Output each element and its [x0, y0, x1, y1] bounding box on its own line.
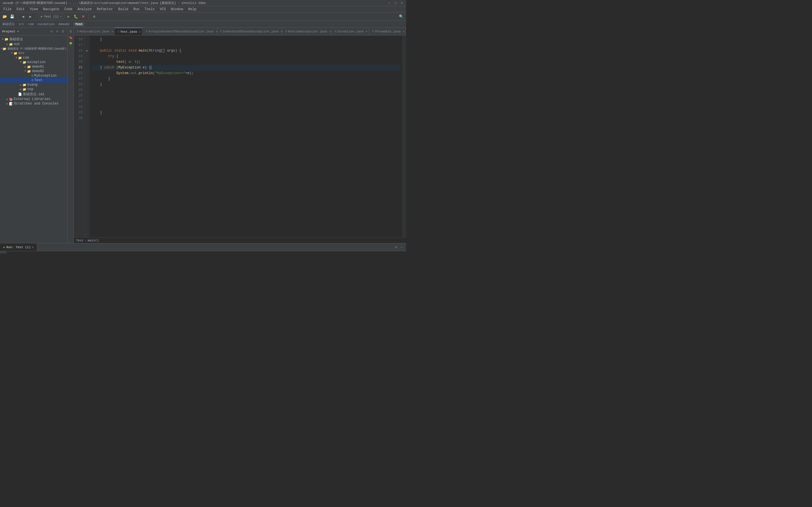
toolbar-sep2 — [36, 14, 36, 19]
tree-item-myexception[interactable]: C MyException — [0, 73, 67, 78]
tab-close-exception[interactable]: ✕ — [366, 30, 367, 33]
line-numbers: 16 17 18 19 20 21 22 23 24 25 26 27 28 2… — [74, 36, 85, 237]
editor-area: J MyException.java ✕ J Test.java ✕ J Arr… — [74, 27, 406, 243]
navcrumb-src[interactable]: src — [18, 22, 24, 26]
run-output: D:\Environment\jdk8\jdk\bin\java.exe ...… — [6, 251, 406, 253]
tab-test[interactable]: J Test.java ✕ — [114, 27, 143, 35]
left-icon-structure[interactable]: ☰ — [68, 29, 73, 34]
menu-item-tools[interactable]: Tools — [142, 7, 157, 12]
tree-item-demo02[interactable]: ▼ 📁 demo02 — [0, 69, 67, 73]
menu-item-run[interactable]: Run — [131, 7, 142, 12]
tree-item-oop[interactable]: ▶ 📁 oop — [0, 87, 67, 92]
tree-item-out[interactable]: ▶ 📁 out — [0, 42, 67, 47]
run-button[interactable]: ▶ — [65, 13, 71, 20]
gutter-29 — [85, 110, 90, 115]
back-button[interactable]: ◀ — [20, 13, 26, 20]
code-editor[interactable]: } public static void main(String[] args)… — [90, 36, 403, 237]
sidebar-settings-icon[interactable]: ⚙ — [55, 29, 59, 34]
tab-close-runtime[interactable]: ✕ — [329, 30, 331, 33]
tab-exception[interactable]: J Exception.java ✕ — [332, 27, 369, 35]
run-config-icon: ▶ — [41, 15, 43, 18]
run-config[interactable]: ▶ Test (1) ▾ — [38, 14, 64, 19]
debug-button[interactable]: 🐛 — [73, 13, 79, 20]
navcrumb-exception[interactable]: exception — [38, 22, 54, 26]
sidebar-gear-icon[interactable]: ☰ — [61, 29, 65, 34]
tree-item-com[interactable]: ▼ 📁 com — [0, 55, 67, 60]
tab-label-exception: Exception.java — [338, 30, 363, 33]
run-settings-button[interactable]: ⚙ — [394, 245, 399, 250]
tree-item-iml[interactable]: 📄 基础语法.iml — [0, 92, 67, 97]
breadcrumb-main: main() — [88, 239, 99, 242]
ln-17: 17 — [74, 42, 83, 48]
navcrumb-test[interactable]: Test — [73, 22, 84, 26]
close-button[interactable]: ✕ — [400, 1, 404, 5]
minimize-button[interactable]: ─ — [388, 1, 391, 5]
tree-label-com: com — [23, 56, 29, 60]
tree-item-exception[interactable]: ▼ 📁 exception — [0, 60, 67, 64]
tree-item-jichu[interactable]: ▼ 📁 基础语法 — [0, 37, 67, 42]
tab-close-test[interactable]: ✕ — [139, 30, 141, 34]
menu-item-view[interactable]: View — [28, 7, 40, 12]
menubar: FileEditViewNavigateCodeAnalyzeRefactorB… — [0, 6, 406, 12]
menu-item-file[interactable]: File — [1, 7, 14, 12]
stop-button[interactable]: ■ — [80, 13, 86, 20]
save-button[interactable]: 💾 — [9, 13, 15, 20]
tree-label-iml: 基础语法.iml — [23, 92, 45, 97]
menu-item-navigate[interactable]: Navigate — [41, 7, 61, 12]
gutter-16: ▶ — [85, 48, 90, 54]
navcrumb-com[interactable]: com — [28, 22, 34, 26]
tree-item-test[interactable]: C Test — [0, 78, 67, 82]
tab-close-throwable[interactable]: ✕ — [403, 30, 405, 33]
forward-button[interactable]: ▶ — [28, 13, 34, 20]
menu-item-build[interactable]: Build — [116, 7, 131, 12]
tab-close-myexception[interactable]: ✕ — [112, 30, 113, 33]
code-line-26 — [92, 93, 400, 99]
tab-indexout[interactable]: J IndexOutOfBoundsException.java ✕ — [217, 27, 283, 35]
tree-item-extlibs[interactable]: ▶ 📚 External Libraries — [0, 97, 67, 101]
run-config-label: Test (1) — [44, 15, 59, 18]
search-button[interactable]: 🔍 — [398, 13, 404, 20]
run-tab-test[interactable]: ▶ Run: Test (1) ✕ — [0, 243, 37, 251]
menu-item-refactor[interactable]: Refactor — [94, 7, 115, 12]
menu-item-edit[interactable]: Edit — [14, 7, 27, 12]
code-line-28 — [92, 104, 400, 110]
tree-icon-demo02: 📁 — [27, 69, 31, 73]
run-panel-tabs: ▶ Run: Test (1) ✕ ⚙ ─ — [0, 243, 406, 251]
maximize-button[interactable]: □ — [394, 1, 398, 5]
tree-arrow-demo01: ▶ — [24, 65, 27, 68]
tree-item-src[interactable]: ▼ 📁 src — [0, 51, 67, 55]
menu-item-help[interactable]: Help — [186, 7, 199, 12]
tree-item-scratches[interactable]: ▶ 📝 Scratches and Consoles — [0, 101, 67, 106]
tab-throwable[interactable]: J Throwable.java ✕ — [369, 27, 406, 35]
tree-label-demo01: demo01 — [32, 65, 44, 69]
open-button[interactable]: 📂 — [2, 13, 8, 20]
left-icon-hierarchy[interactable]: 🌳 — [68, 41, 73, 46]
tree-label-oop: oop — [28, 87, 34, 91]
run-play-icon[interactable]: ▶ — [1, 252, 6, 253]
run-minimize-button[interactable]: ─ — [399, 245, 404, 250]
tab-runtime[interactable]: J RuntimeException.java ✕ — [282, 27, 332, 35]
tree-item-kuang[interactable]: ▶ 📁 kuang — [0, 82, 67, 87]
tree-icon-scratches: 📝 — [9, 102, 13, 106]
gutter-18 — [85, 37, 90, 42]
tree-label-kuang: kuang — [28, 83, 38, 87]
ln-16: 16 — [74, 37, 83, 42]
menu-item-vcs[interactable]: VCS — [158, 7, 168, 12]
tree-label-exception: exception — [28, 60, 46, 64]
menu-item-analyze[interactable]: Analyze — [75, 7, 94, 12]
tab-arrayindex[interactable]: J ArrayIndexOutOfBoundsException.java ✕ — [143, 27, 217, 35]
tab-myexception[interactable]: J MyException.java ✕ — [74, 27, 114, 35]
menu-item-code[interactable]: Code — [62, 7, 75, 12]
sidebar-collapse-icon[interactable]: ⊟ — [49, 29, 54, 34]
ln-30: 30 — [74, 115, 83, 121]
tree-item-jichu2[interactable]: ▼ 📁 基础语法 F:\班级管理\网课班代码\JavaSE\... — [0, 47, 67, 51]
tree-item-demo01[interactable]: ▶ 📁 demo01 — [0, 64, 67, 69]
navcrumb-jichu[interactable]: 基础语法 — [2, 22, 15, 26]
navcrumb-demo02[interactable]: demo02 — [58, 22, 70, 26]
run-tab-close[interactable]: ✕ — [32, 245, 34, 249]
menu-item-window[interactable]: Window — [168, 7, 185, 12]
gutter-30 — [85, 115, 90, 121]
titlebar-controls: ─ □ ✕ — [388, 1, 404, 5]
left-icon-bookmark[interactable]: 🔖 — [68, 35, 73, 40]
settings-button[interactable]: ⚙ — [91, 13, 97, 20]
